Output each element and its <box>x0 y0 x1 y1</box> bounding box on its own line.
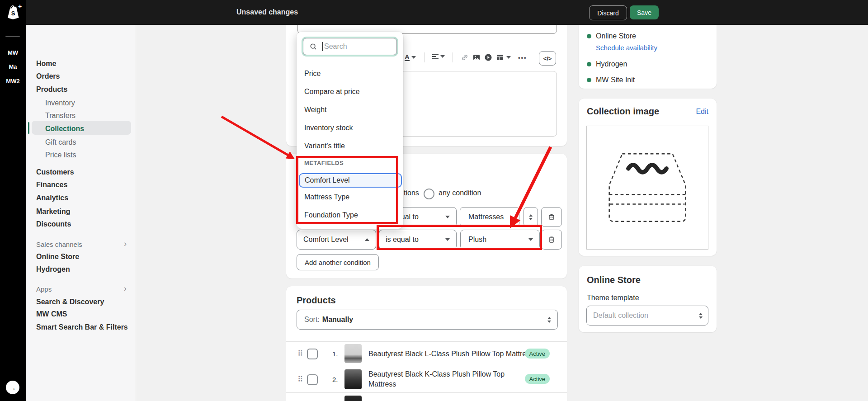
theme-template-label: Theme template <box>587 294 639 302</box>
online-store-title: Online Store <box>587 275 641 285</box>
any-condition-radio[interactable] <box>424 189 434 199</box>
stepper-icon <box>699 313 703 319</box>
svg-text:S: S <box>11 10 15 17</box>
option-comfort-level[interactable]: Comfort Level <box>299 173 402 188</box>
save-button[interactable]: Save <box>630 5 659 19</box>
product-thumbnail <box>344 369 362 389</box>
option-inventory-stock[interactable]: Inventory stock <box>297 119 403 137</box>
text-color-icon[interactable]: A <box>405 53 416 61</box>
sidebar-item-home[interactable]: Home <box>26 58 136 69</box>
plus-icon: + <box>18 3 22 10</box>
collapse-rail-button[interactable]: → <box>6 381 19 394</box>
collection-image-card: Collection image Edit <box>579 99 717 256</box>
option-foundation-type[interactable]: Foundation Type <box>297 206 403 224</box>
product-index: 2. <box>332 376 338 383</box>
sidebar-item-online-store[interactable]: Online Store <box>26 251 136 262</box>
product-1-checkbox[interactable] <box>307 349 318 359</box>
alignment-icon[interactable] <box>432 54 445 59</box>
sidebar-item-transfers[interactable]: Transfers <box>26 110 136 121</box>
sidebar-item-mw-cms[interactable]: MW CMS <box>26 309 136 320</box>
product-2-checkbox[interactable] <box>307 374 318 385</box>
discard-button[interactable]: Discard <box>589 5 627 20</box>
add-another-condition-button[interactable]: Add another condition <box>297 254 379 270</box>
sidebar-item-finances[interactable]: Finances <box>26 179 136 190</box>
any-condition-label: any condition <box>439 189 481 197</box>
product-index: 1. <box>332 350 338 358</box>
save-bar: Unsaved changes Discard Save <box>0 0 868 25</box>
condition-2-field-select[interactable]: Comfort Level <box>297 230 376 250</box>
option-mattress-type[interactable]: Mattress Type <box>297 188 403 206</box>
image-icon[interactable] <box>472 53 481 62</box>
dropdown-search-input[interactable]: Search <box>303 38 397 55</box>
condition-field-dropdown: Search Price Compare at price Weight Inv… <box>297 32 403 229</box>
sidebar-item-hydrogen[interactable]: Hydrogen <box>26 264 136 275</box>
more-options-icon[interactable]: ••• <box>518 54 527 61</box>
condition-2-operator-select[interactable]: is equal to <box>379 230 457 250</box>
option-price[interactable]: Price <box>297 65 403 83</box>
arrow-right-icon: → <box>9 384 16 392</box>
sidebar-item-search-discovery[interactable]: Search & Discovery <box>26 297 136 307</box>
drag-handle-icon[interactable]: ⠿ <box>297 375 303 384</box>
product-name[interactable]: Beautyrest Black L-Class Plush Pillow To… <box>368 350 533 358</box>
chevron-down-icon <box>528 238 533 241</box>
rail-divider <box>5 36 20 37</box>
sidebar-section-sales-channels[interactable]: Sales channels › <box>26 239 136 250</box>
sidebar-item-price-lists[interactable]: Price lists <box>26 150 136 160</box>
option-weight[interactable]: Weight <box>297 101 403 119</box>
option-variants-title[interactable]: Variant's title <box>297 137 403 155</box>
channel-hydrogen: Hydrogen <box>596 60 627 68</box>
sidebar-item-gift-cards[interactable]: Gift cards <box>26 137 136 148</box>
products-title: Products <box>297 295 336 306</box>
store-avatar-ma[interactable]: Ma <box>0 63 26 70</box>
sidebar-item-orders[interactable]: Orders <box>26 71 136 82</box>
unsaved-changes-status: Unsaved changes <box>236 8 298 16</box>
chevron-down-icon <box>445 216 450 218</box>
code-view-button[interactable]: </> <box>539 51 556 66</box>
sidebar-item-customers[interactable]: Customers <box>26 167 136 178</box>
table-icon[interactable] <box>495 53 511 62</box>
chevron-down-icon <box>445 238 450 241</box>
store-avatar-mw2[interactable]: MW2 <box>0 78 26 85</box>
stepper-icon <box>529 214 533 220</box>
trash-icon <box>547 212 556 222</box>
drag-handle-icon[interactable]: ⠿ <box>297 349 303 359</box>
video-icon[interactable] <box>484 53 493 62</box>
condition-1-value-stepper[interactable] <box>524 207 538 227</box>
text-cursor <box>322 42 323 51</box>
theme-template-select[interactable]: Default collection <box>586 306 708 326</box>
sidebar-nav: Home Orders Products Inventory Transfers… <box>26 25 136 401</box>
sidebar-item-collections[interactable]: Collections <box>26 123 136 134</box>
product-thumbnail <box>344 344 362 363</box>
sidebar-section-apps[interactable]: Apps › <box>26 283 136 294</box>
schedule-availability-link[interactable]: Schedule availability <box>596 44 657 52</box>
sidebar-item-analytics[interactable]: Analytics <box>26 193 136 203</box>
sidebar-item-inventory[interactable]: Inventory <box>26 98 136 109</box>
product-thumbnail <box>344 396 362 401</box>
condition-1-value-field[interactable]: Mattresses <box>460 207 519 227</box>
condition-2-value-select[interactable]: Plush <box>460 230 540 250</box>
status-dot-icon <box>587 34 591 38</box>
sort-select[interactable]: Sort: Manually <box>297 310 558 330</box>
sidebar-item-smart-search[interactable]: Smart Search Bar & Filters <box>26 322 136 333</box>
product-name[interactable]: Beautyrest Black K-Class Plush Pillow To… <box>368 369 522 389</box>
collection-image-title: Collection image <box>587 106 659 117</box>
store-avatar-mw[interactable]: MW <box>0 49 26 56</box>
collection-image-preview[interactable] <box>586 126 708 250</box>
chevron-up-icon <box>365 238 369 241</box>
online-store-card: Online Store Theme template Default coll… <box>579 266 717 332</box>
metafields-group-label: METAFIELDS <box>304 160 344 166</box>
sidebar-item-products[interactable]: Products <box>26 84 136 95</box>
mattress-illustration <box>595 142 699 233</box>
shopify-logo[interactable]: S + <box>5 4 22 24</box>
condition-2-delete-button[interactable] <box>541 230 562 250</box>
channel-online-store: Online Store <box>596 32 636 40</box>
condition-1-delete-button[interactable] <box>541 207 562 227</box>
edit-image-link[interactable]: Edit <box>696 108 708 116</box>
link-icon[interactable] <box>460 53 469 62</box>
products-card: Products Sort: Manually ⠿ 1. Beautyrest … <box>286 286 567 401</box>
app-rail: S + MW Ma MW2 → <box>0 0 26 401</box>
sidebar-item-discounts[interactable]: Discounts <box>26 219 136 230</box>
status-dot-icon <box>587 78 591 82</box>
option-compare-at-price[interactable]: Compare at price <box>297 83 403 101</box>
sidebar-item-marketing[interactable]: Marketing <box>26 206 136 217</box>
